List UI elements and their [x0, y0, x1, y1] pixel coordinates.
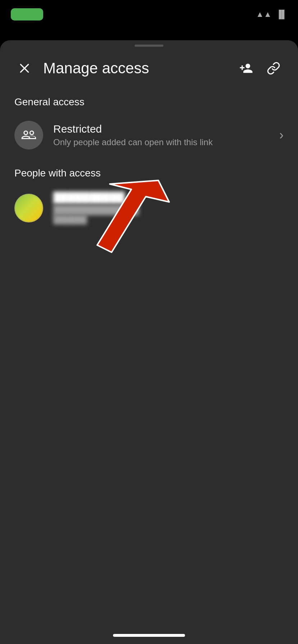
- status-bar-right: ▲▲ ▐▌: [256, 10, 287, 19]
- add-person-button[interactable]: [236, 58, 256, 78]
- general-access-section-label: General access: [0, 89, 298, 114]
- copy-link-button[interactable]: [263, 58, 284, 78]
- person-role: ██████: [53, 215, 284, 224]
- chevron-right-icon: ›: [279, 128, 284, 143]
- person-email: ██████████████: [53, 205, 284, 215]
- group-restricted-icon: [21, 127, 37, 143]
- restricted-icon-circle: [14, 121, 43, 150]
- drag-handle: [135, 45, 163, 47]
- person-info: ██████████ ██████████████ ██████: [53, 192, 284, 224]
- link-icon: [267, 61, 280, 75]
- people-section-label: People with access: [0, 160, 298, 185]
- signal-icon: [11, 8, 43, 20]
- add-person-icon: [239, 61, 253, 75]
- battery-icon: ▐▌: [276, 10, 287, 19]
- close-icon: [19, 63, 30, 74]
- sheet-header: Manage access: [0, 47, 298, 89]
- general-access-row[interactable]: Restricted Only people added can open wi…: [0, 114, 298, 157]
- person-row[interactable]: ██████████ ██████████████ ██████: [0, 185, 298, 231]
- status-bar: ▲▲ ▐▌: [0, 0, 298, 29]
- close-button[interactable]: [14, 58, 35, 78]
- avatar: [14, 194, 43, 222]
- avatar-image: [14, 194, 43, 222]
- access-subtitle: Only people added can open with this lin…: [53, 137, 276, 147]
- bottom-sheet: Manage access General access Restri: [0, 40, 298, 644]
- network-signal-icon: ▲▲: [256, 10, 272, 19]
- page-title: Manage access: [43, 60, 236, 77]
- access-title: Restricted: [53, 123, 276, 135]
- access-text: Restricted Only people added can open wi…: [53, 123, 276, 147]
- drag-handle-area: [0, 40, 298, 47]
- home-indicator: [113, 634, 185, 637]
- people-with-access-section: People with access ██████████ ██████████…: [0, 157, 298, 231]
- status-bar-left: [11, 8, 43, 20]
- header-actions: [236, 58, 284, 78]
- person-name: ██████████: [53, 192, 284, 203]
